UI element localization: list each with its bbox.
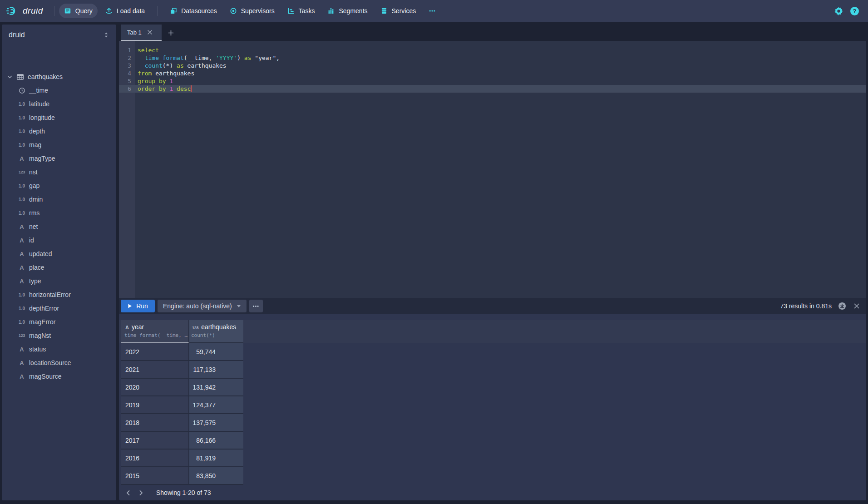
- code-text: group by 1: [135, 77, 173, 85]
- table-row: 201583,850: [119, 467, 866, 485]
- help-icon[interactable]: ?: [850, 7, 859, 15]
- sql-editor[interactable]: 1select2 time_format(__time, 'YYYY') as …: [119, 41, 866, 298]
- table-row: 2020131,942: [119, 379, 866, 396]
- column-row-mag[interactable]: 1.0mag: [2, 138, 116, 152]
- column-row-place[interactable]: Aplace: [2, 261, 116, 274]
- column-label: magSource: [29, 373, 62, 380]
- editor-line-1[interactable]: 1select: [119, 46, 866, 54]
- druid-logo-icon: [6, 5, 19, 16]
- chevron-right-icon: [138, 490, 144, 496]
- type-badge-string: A: [17, 237, 27, 244]
- cell-year[interactable]: 2020: [121, 379, 189, 396]
- column-row-magNst[interactable]: 123magNst: [2, 329, 116, 342]
- type-badge-float: 1.0: [17, 292, 27, 297]
- cell-earthquakes[interactable]: 117,133: [189, 361, 243, 379]
- query-icon: [64, 7, 71, 15]
- type-badge-int: 123: [17, 170, 27, 174]
- column-label: depthError: [29, 305, 59, 312]
- druid-logo[interactable]: druid: [6, 5, 43, 16]
- load-data-icon: [105, 7, 113, 15]
- editor-line-4[interactable]: 4from earthquakes: [119, 69, 866, 77]
- column-header-year[interactable]: Ayeartime_format(__time, …: [121, 320, 189, 343]
- nav-item-tasks[interactable]: Tasks: [282, 4, 320, 18]
- sort-icon[interactable]: [102, 30, 111, 40]
- results-panel: Ayeartime_format(__time, …123earthquakes…: [119, 314, 866, 500]
- tab-1[interactable]: Tab 1: [121, 25, 162, 41]
- column-label: type: [29, 277, 41, 285]
- column-row-locationSource[interactable]: AlocationSource: [2, 356, 116, 370]
- add-tab-button[interactable]: [162, 25, 180, 41]
- editor-line-2[interactable]: 2 time_format(__time, 'YYYY') as "year",: [119, 54, 866, 62]
- engine-select[interactable]: Engine: auto (sql-native): [158, 300, 247, 312]
- column-header-earthquakes[interactable]: 123earthquakescount(*): [189, 320, 243, 343]
- column-row-depthError[interactable]: 1.0depthError: [2, 301, 116, 315]
- column-row-magError[interactable]: 1.0magError: [2, 315, 116, 329]
- download-icon[interactable]: [838, 302, 846, 310]
- gear-icon[interactable]: [834, 7, 843, 15]
- more-options-button[interactable]: [249, 300, 263, 312]
- table-icon: [16, 73, 24, 81]
- column-row-latitude[interactable]: 1.0latitude: [2, 97, 116, 111]
- cell-year[interactable]: 2021: [121, 361, 189, 379]
- type-badge-string: A: [17, 278, 27, 285]
- column-expression: count(*): [191, 332, 243, 338]
- cell-earthquakes[interactable]: 59,744: [189, 343, 243, 361]
- column-row-id[interactable]: Aid: [2, 233, 116, 247]
- type-badge-string: A: [17, 251, 27, 257]
- nav-item-label: Segments: [339, 7, 367, 15]
- nav-item-segments[interactable]: Segments: [322, 4, 372, 18]
- run-button[interactable]: Run: [121, 300, 155, 312]
- nav-item-load-data[interactable]: Load data: [100, 4, 150, 18]
- column-row-magType[interactable]: AmagType: [2, 152, 116, 165]
- close-tab-icon[interactable]: [147, 30, 153, 35]
- cell-year[interactable]: 2022: [121, 343, 189, 361]
- nav-item-label: Tasks: [299, 7, 315, 15]
- prev-page-button[interactable]: [123, 487, 133, 498]
- column-row-type[interactable]: Atype: [2, 274, 116, 288]
- cell-earthquakes[interactable]: 83,850: [189, 467, 243, 485]
- column-row-longitude[interactable]: 1.0longitude: [2, 111, 116, 124]
- type-badge: A: [125, 325, 129, 330]
- type-badge-string: A: [17, 264, 27, 271]
- column-row-gap[interactable]: 1.0gap: [2, 179, 116, 193]
- type-badge-string: A: [17, 373, 27, 380]
- column-row-status[interactable]: Astatus: [2, 342, 116, 356]
- cell-earthquakes[interactable]: 131,942: [189, 379, 243, 396]
- column-row-__time[interactable]: __time: [2, 84, 116, 97]
- cell-earthquakes[interactable]: 137,575: [189, 414, 243, 432]
- chevron-down-icon[interactable]: [7, 74, 13, 80]
- editor-line-6[interactable]: 6order by 1 desc: [119, 85, 866, 93]
- column-row-rms[interactable]: 1.0rms: [2, 206, 116, 220]
- column-row-depth[interactable]: 1.0depth: [2, 124, 116, 138]
- cell-year[interactable]: 2019: [121, 396, 189, 414]
- schema-title: druid: [9, 31, 25, 39]
- pagination: Showing 1-20 of 73: [119, 485, 866, 500]
- nav-item-supervisors[interactable]: Supervisors: [225, 4, 280, 18]
- cell-year[interactable]: 2017: [121, 432, 189, 450]
- cell-year[interactable]: 2016: [121, 450, 189, 467]
- close-results-icon[interactable]: [853, 303, 860, 309]
- column-row-nst[interactable]: 123nst: [2, 165, 116, 179]
- cell-earthquakes[interactable]: 81,919: [189, 450, 243, 467]
- cell-earthquakes[interactable]: 124,377: [189, 396, 243, 414]
- nav-item-label: Load data: [117, 7, 145, 15]
- nav-item-services[interactable]: Services: [375, 4, 421, 18]
- nav-item-query[interactable]: Query: [59, 4, 98, 18]
- cell-year[interactable]: 2015: [121, 467, 189, 485]
- type-badge-string: A: [17, 346, 27, 353]
- column-row-dmin[interactable]: 1.0dmin: [2, 193, 116, 206]
- editor-line-5[interactable]: 5group by 1: [119, 77, 866, 85]
- editor-line-3[interactable]: 3 count(*) as earthquakes: [119, 62, 866, 69]
- column-row-horizontalError[interactable]: 1.0horizontalError: [2, 288, 116, 301]
- column-row-updated[interactable]: Aupdated: [2, 247, 116, 261]
- nav-item-nav-more[interactable]: [424, 4, 441, 18]
- datasource-row-earthquakes[interactable]: earthquakes: [2, 70, 116, 84]
- cell-year[interactable]: 2018: [121, 414, 189, 432]
- nav-item-datasources[interactable]: Datasources: [165, 4, 222, 18]
- next-page-button[interactable]: [135, 487, 146, 498]
- results-table-body: 202259,7442021117,1332020131,9422019124,…: [119, 343, 866, 485]
- column-row-net[interactable]: Anet: [2, 220, 116, 233]
- column-row-magSource[interactable]: AmagSource: [2, 370, 116, 383]
- schema-tree[interactable]: earthquakes__time1.0latitude1.0longitude…: [2, 70, 116, 500]
- cell-earthquakes[interactable]: 86,166: [189, 432, 243, 450]
